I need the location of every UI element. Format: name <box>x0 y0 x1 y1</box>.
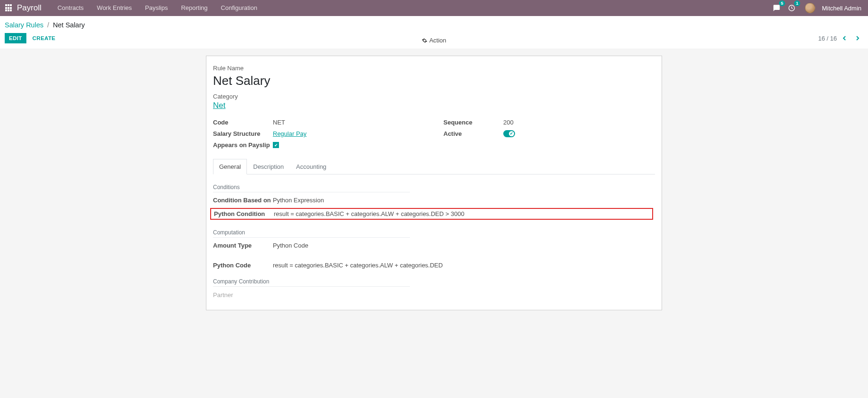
username[interactable]: Mitchell Admin <box>822 5 861 12</box>
cond-based-value: Python Expression <box>273 197 324 204</box>
category-label: Category <box>213 93 655 100</box>
pycode-value: result = categories.BASIC + categories.A… <box>273 262 443 269</box>
pager-count: 16 / 16 <box>818 35 837 42</box>
messages-badge: 5 <box>779 0 785 6</box>
breadcrumb-current: Net Salary <box>53 21 85 29</box>
pycond-value: result = categories.BASIC + categories.A… <box>274 210 464 217</box>
pager: 16 / 16 <box>818 33 863 44</box>
tabs: General Description Accounting <box>213 159 655 174</box>
active-label: Active <box>443 130 503 137</box>
code-value: NET <box>273 119 285 126</box>
action-dropdown[interactable]: Action <box>422 37 446 44</box>
gear-icon <box>422 38 427 43</box>
main-menu: Contracts Work Entries Payslips Reportin… <box>51 0 264 16</box>
conditions-heading: Conditions <box>213 184 410 192</box>
control-bar: Salary Rules / Net Salary EDIT CREATE 16… <box>0 16 868 49</box>
menu-configuration[interactable]: Configuration <box>214 0 264 16</box>
apps-icon[interactable] <box>5 4 13 12</box>
breadcrumb-parent[interactable]: Salary Rules <box>5 21 43 29</box>
app-brand[interactable]: Payroll <box>17 3 41 13</box>
appears-checkbox: ✔ <box>273 142 279 148</box>
seq-value: 200 <box>503 119 514 126</box>
action-label: Action <box>429 37 446 44</box>
pycond-label: Python Condition <box>214 210 274 217</box>
category-value[interactable]: Net <box>213 101 225 110</box>
menu-work-entries[interactable]: Work Entries <box>90 0 139 16</box>
messages-icon[interactable]: 5 <box>771 2 782 14</box>
tab-description[interactable]: Description <box>247 159 290 174</box>
menu-reporting[interactable]: Reporting <box>174 0 214 16</box>
breadcrumb: Salary Rules / Net Salary <box>5 16 863 31</box>
right-column: Sequence 200 Active <box>443 119 655 149</box>
pager-next[interactable] <box>852 33 863 44</box>
tab-accounting[interactable]: Accounting <box>290 159 332 174</box>
top-nav: Payroll Contracts Work Entries Payslips … <box>0 0 868 16</box>
left-column: Code NET Salary Structure Regular Pay Ap… <box>213 119 425 149</box>
rule-name-value: Net Salary <box>213 74 655 88</box>
menu-contracts[interactable]: Contracts <box>51 0 90 16</box>
edit-button[interactable]: EDIT <box>5 33 26 43</box>
cond-based-label: Condition Based on <box>213 197 273 204</box>
form-sheet: Rule Name Net Salary Category Net Code N… <box>206 56 662 310</box>
amount-type-value: Python Code <box>273 242 308 249</box>
python-condition-highlight: Python Condition result = categories.BAS… <box>210 208 653 220</box>
activities-badge: 1 <box>794 0 800 6</box>
active-toggle[interactable] <box>503 130 515 137</box>
create-button[interactable]: CREATE <box>28 33 60 43</box>
pager-prev[interactable] <box>839 33 850 44</box>
breadcrumb-sep: / <box>47 21 49 29</box>
company-contribution-heading: Company Contribution <box>213 278 410 287</box>
code-label: Code <box>213 119 273 126</box>
avatar[interactable] <box>805 3 815 13</box>
computation-heading: Computation <box>213 229 410 238</box>
tab-general[interactable]: General <box>213 159 247 174</box>
partner-label: Partner <box>213 291 655 298</box>
rule-name-label: Rule Name <box>213 65 655 72</box>
pycode-label: Python Code <box>213 262 273 269</box>
struct-label: Salary Structure <box>213 130 273 137</box>
struct-value[interactable]: Regular Pay <box>273 130 307 137</box>
appears-label: Appears on Payslip <box>213 141 273 149</box>
seq-label: Sequence <box>443 119 503 126</box>
activities-icon[interactable]: 1 <box>786 2 797 14</box>
amount-type-label: Amount Type <box>213 242 273 249</box>
menu-payslips[interactable]: Payslips <box>139 0 174 16</box>
